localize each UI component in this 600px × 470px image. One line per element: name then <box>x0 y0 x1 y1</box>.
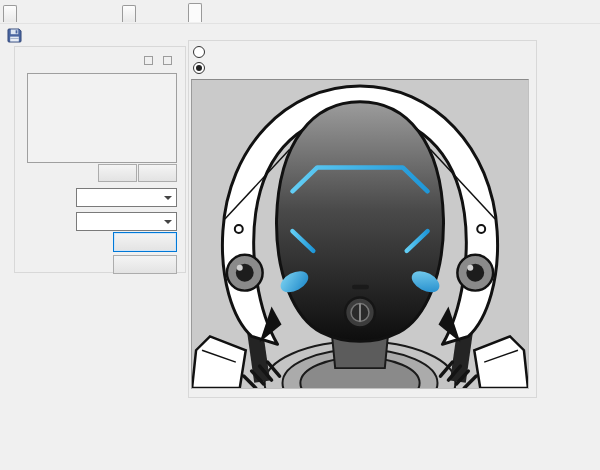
test-button[interactable] <box>113 232 177 252</box>
radio-option-palmi[interactable] <box>193 46 211 58</box>
chevron-down-icon <box>164 220 172 224</box>
led-grid-editor[interactable] <box>27 73 177 163</box>
chevron-down-icon <box>164 196 172 200</box>
legend-off-swatch <box>163 56 172 65</box>
robot-illustration <box>192 80 528 388</box>
led-legend <box>15 56 177 65</box>
display-method-dropdown[interactable] <box>76 212 177 231</box>
tab-stippling-lens[interactable] <box>188 3 202 22</box>
save-icon <box>7 28 22 43</box>
brightness-dropdown[interactable] <box>76 188 177 207</box>
radio-option-screen[interactable] <box>193 62 211 74</box>
tab-install[interactable] <box>122 5 136 22</box>
tab-app-properties[interactable] <box>3 5 17 22</box>
save-button[interactable] <box>5 26 23 44</box>
legend-on-swatch <box>144 56 153 65</box>
stop-button[interactable] <box>113 255 177 274</box>
radio-screen-icon[interactable] <box>193 62 205 74</box>
robot-preview-panel <box>191 79 529 389</box>
tab-strip <box>0 3 600 24</box>
led-editor-group <box>14 46 186 273</box>
all-off-button[interactable] <box>138 164 177 182</box>
all-on-button[interactable] <box>98 164 137 182</box>
radio-palmi-icon[interactable] <box>193 46 205 58</box>
